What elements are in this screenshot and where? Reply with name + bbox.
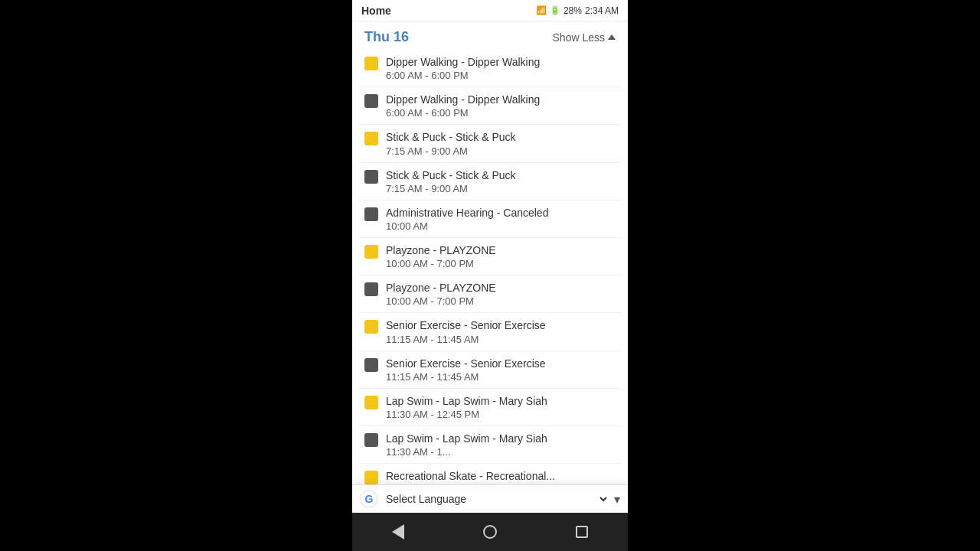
event-item[interactable]: Senior Exercise - Senior Exercise11:15 A…: [358, 351, 622, 389]
event-color-icon: [364, 396, 378, 409]
home-button[interactable]: [483, 525, 497, 539]
event-time: 11:15 AM - 11:45 AM: [386, 334, 616, 345]
event-details: Playzone - PLAYZONE10:00 AM - 7:00 PM: [386, 243, 616, 269]
event-item[interactable]: Dipper Walking - Dipper Walking6:00 AM -…: [358, 87, 622, 125]
event-item[interactable]: Stick & Puck - Stick & Puck7:15 AM - 9:0…: [358, 163, 622, 201]
back-icon: [392, 524, 404, 540]
signal-icon: 📶: [536, 5, 547, 15]
event-name: Stick & Puck - Stick & Puck: [386, 130, 616, 144]
event-name: Playzone - PLAYZONE: [386, 243, 616, 257]
event-item[interactable]: Stick & Puck - Stick & Puck7:15 AM - 9:0…: [358, 125, 622, 162]
show-less-label: Show Less: [553, 31, 605, 44]
event-item[interactable]: Lap Swim - Lap Swim - Mary Siah11:30 AM …: [358, 426, 622, 464]
event-details: Lap Swim - Lap Swim - Mary Siah11:30 AM …: [386, 394, 616, 420]
translate-bar: G Select Language ▾: [352, 484, 628, 513]
event-details: Senior Exercise - Senior Exercise11:15 A…: [386, 357, 616, 383]
event-details: Recreational Skate - Recreational...: [386, 469, 616, 484]
event-color-icon: [364, 358, 378, 372]
event-time: 11:15 AM - 11:45 AM: [386, 371, 616, 383]
event-details: Dipper Walking - Dipper Walking6:00 AM -…: [386, 55, 616, 81]
status-right: 📶 🔋 28% 2:34 AM: [536, 5, 619, 16]
google-logo: G: [360, 490, 378, 508]
event-time: 11:30 AM - 12:45 PM: [386, 409, 616, 420]
event-color-icon: [364, 170, 378, 184]
event-name: Stick & Puck - Stick & Puck: [386, 168, 616, 182]
event-name: Recreational Skate - Recreational...: [386, 469, 616, 483]
event-name: Senior Exercise - Senior Exercise: [386, 318, 616, 332]
event-name: Lap Swim - Lap Swim - Mary Siah: [386, 432, 616, 445]
event-list: Dipper Walking - Dipper Walking6:00 AM -…: [352, 50, 628, 504]
triangle-icon: [608, 34, 616, 40]
status-home-label: Home: [361, 5, 391, 17]
event-details: Senior Exercise - Senior Exercise11:15 A…: [386, 318, 616, 344]
status-bar: Home 📶 🔋 28% 2:34 AM: [352, 0, 628, 21]
event-time: 10:00 AM - 7:00 PM: [386, 295, 616, 307]
event-time: 11:30 AM - 1...: [386, 446, 616, 458]
event-name: Dipper Walking - Dipper Walking: [386, 55, 616, 69]
event-color-icon: [364, 282, 378, 296]
chevron-down-icon: ▾: [614, 492, 620, 507]
event-name: Senior Exercise - Senior Exercise: [386, 357, 616, 370]
event-time: 6:00 AM - 6:00 PM: [386, 70, 616, 81]
event-color-icon: [364, 94, 378, 108]
event-color-icon: [364, 132, 378, 145]
event-item[interactable]: Dipper Walking - Dipper Walking6:00 AM -…: [358, 50, 622, 87]
event-details: Administrative Hearing - Canceled10:00 A…: [386, 206, 616, 232]
event-details: Dipper Walking - Dipper Walking6:00 AM -…: [386, 93, 616, 119]
recent-button[interactable]: [576, 526, 588, 538]
time-display: 2:34 AM: [585, 5, 619, 16]
date-title: Thu 16: [364, 29, 409, 45]
event-item[interactable]: Playzone - PLAYZONE10:00 AM - 7:00 PM: [358, 276, 622, 313]
content-area: Thu 16 Show Less Dipper Walking - Dipper…: [352, 21, 628, 513]
event-time: 10:00 AM: [386, 220, 616, 232]
event-details: Stick & Puck - Stick & Puck7:15 AM - 9:0…: [386, 168, 616, 194]
bottom-nav: [352, 513, 628, 551]
event-details: Lap Swim - Lap Swim - Mary Siah11:30 AM …: [386, 432, 616, 458]
event-item[interactable]: Lap Swim - Lap Swim - Mary Siah11:30 AM …: [358, 389, 622, 426]
battery-icon: 🔋: [550, 5, 560, 15]
schedule-header: Thu 16 Show Less: [352, 21, 628, 50]
event-item[interactable]: Playzone - PLAYZONE10:00 AM - 7:00 PM: [358, 238, 622, 276]
show-less-button[interactable]: Show Less: [553, 31, 616, 44]
event-color-icon: [364, 320, 378, 334]
event-color-icon: [364, 57, 378, 70]
event-time: 6:00 AM - 6:00 PM: [386, 107, 616, 119]
event-item[interactable]: Administrative Hearing - Canceled10:00 A…: [358, 201, 622, 238]
event-time: 7:15 AM - 9:00 AM: [386, 145, 616, 157]
event-item[interactable]: Senior Exercise - Senior Exercise11:15 A…: [358, 313, 622, 350]
event-details: Stick & Puck - Stick & Puck7:15 AM - 9:0…: [386, 130, 616, 156]
recent-icon: [576, 526, 588, 538]
language-select[interactable]: Select Language: [383, 492, 609, 506]
back-button[interactable]: [392, 524, 404, 540]
event-name: Playzone - PLAYZONE: [386, 281, 616, 295]
event-details: Playzone - PLAYZONE10:00 AM - 7:00 PM: [386, 281, 616, 307]
event-color-icon: [364, 245, 378, 259]
event-time: 10:00 AM - 7:00 PM: [386, 258, 616, 269]
event-time: 7:15 AM - 9:00 AM: [386, 183, 616, 194]
event-color-icon: [364, 433, 378, 447]
home-icon: [483, 525, 497, 539]
event-name: Administrative Hearing - Canceled: [386, 206, 616, 220]
event-name: Dipper Walking - Dipper Walking: [386, 93, 616, 106]
phone-frame: Home 📶 🔋 28% 2:34 AM Thu 16 Show Less Di…: [352, 0, 628, 551]
event-name: Lap Swim - Lap Swim - Mary Siah: [386, 394, 616, 408]
battery-percentage: 28%: [564, 5, 582, 16]
event-color-icon: [364, 207, 378, 221]
event-color-icon: [364, 471, 378, 484]
